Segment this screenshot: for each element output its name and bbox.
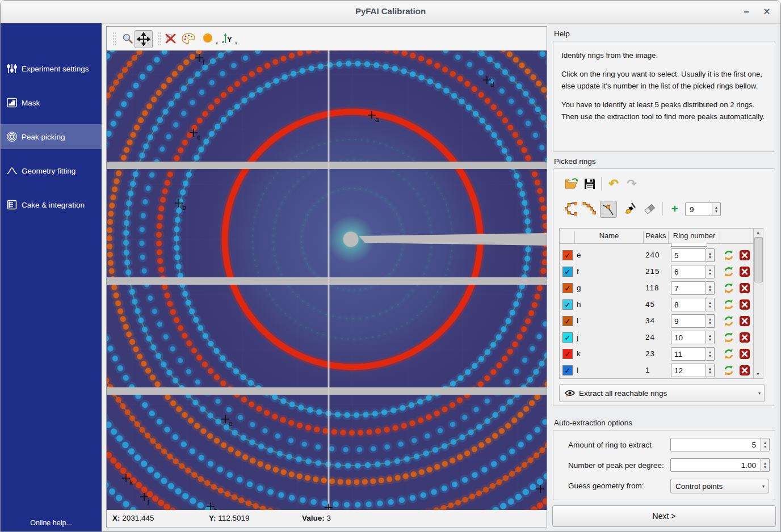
table-row[interactable]: ✓ i 34 9 ▲▼ (560, 313, 754, 329)
y-axis-orientation-button[interactable]: Y a ▾ (219, 30, 236, 47)
ring-number-spinner[interactable]: ▲▼ (706, 281, 715, 295)
refresh-ring-icon[interactable] (723, 299, 734, 310)
online-help-link[interactable]: Online help... (1, 519, 102, 527)
remove-ring-icon[interactable] (739, 299, 750, 310)
amount-of-ring-label: Amount of ring to extract (568, 441, 652, 449)
peak-per-degree-input[interactable]: 1.00 (670, 458, 761, 472)
table-row[interactable]: ✓ k 23 11 ▲▼ (560, 345, 754, 362)
guess-geometry-select[interactable]: Control points ▾ (670, 479, 769, 493)
remove-ring-icon[interactable] (739, 332, 750, 343)
ring-number-spinner[interactable]: ▲▼ (706, 331, 715, 344)
sidebar-item-geometry-fitting[interactable]: Geometry fitting (1, 158, 102, 183)
remove-ring-icon[interactable] (739, 282, 750, 294)
sidebar-item-experiment-settings[interactable]: Experiment settings (1, 56, 102, 81)
ring-number-spinner[interactable]: ▲▼ (706, 265, 715, 278)
remove-ring-icon[interactable] (739, 365, 750, 376)
peak-curve-icon (6, 164, 18, 177)
sidebar-item-label: Geometry fitting (22, 167, 75, 175)
marker-style-button[interactable]: ▾ (200, 30, 217, 47)
svg-text:a: a (222, 40, 224, 44)
ring-visible-checkbox[interactable]: ✓ (562, 316, 573, 326)
scrollbar-thumb[interactable] (754, 237, 763, 282)
sidebar-item-mask[interactable]: Mask (1, 90, 102, 115)
remove-ring-icon[interactable] (739, 315, 750, 327)
ring-number-input[interactable]: 9 (671, 314, 706, 328)
redo-button[interactable]: ↷ (624, 176, 640, 192)
table-scrollbar[interactable]: ▲ ▼ (753, 229, 763, 378)
ring-visible-checkbox[interactable]: ✓ (562, 365, 573, 375)
ring-number-input[interactable]: 5 (671, 248, 706, 262)
window-title: PyFAI Calibration (1, 6, 780, 16)
svg-text:k: k (129, 479, 133, 487)
ring-number-input[interactable]: 8 (671, 298, 706, 311)
table-row[interactable]: ✓ f 215 6 ▲▼ (560, 263, 754, 280)
ring-visible-checkbox[interactable]: ✓ (562, 283, 573, 293)
colormap-button[interactable] (180, 30, 197, 47)
table-row[interactable]: ✓ g 118 7 ▲▼ (560, 280, 754, 296)
refresh-ring-icon[interactable] (723, 282, 734, 294)
amount-of-ring-spinner[interactable]: ▲▼ (761, 438, 770, 451)
save-rings-button[interactable] (582, 176, 598, 192)
eraser-tool-button[interactable] (641, 201, 657, 217)
point-select-tool-button[interactable] (600, 201, 617, 218)
next-button[interactable]: Next > (552, 505, 776, 527)
ring-number-input[interactable]: 7 (671, 281, 706, 295)
remove-ring-icon[interactable] (739, 348, 750, 360)
refresh-ring-icon[interactable] (723, 365, 734, 376)
pan-tool-button[interactable] (135, 30, 153, 48)
auto-extraction-box: Amount of ring to extract 5 ▲▼ Number of… (553, 430, 775, 500)
ring-number-spinner[interactable]: ▲▼ (706, 248, 715, 262)
ring-peaks-count: 1 (645, 366, 650, 374)
ring-number-spinner[interactable]: ▲▼ (706, 298, 715, 311)
refresh-ring-icon[interactable] (723, 348, 734, 360)
ring-number-spinner[interactable]: ▲▼ (706, 314, 715, 328)
new-ring-number-input[interactable]: 9 (685, 202, 712, 216)
clear-zoom-button[interactable] (162, 30, 179, 47)
ring-visible-checkbox[interactable]: ✓ (562, 267, 573, 277)
table-row[interactable]: ✓ h 45 8 ▲▼ (560, 296, 754, 313)
peak-per-degree-spinner[interactable]: ▲▼ (761, 458, 770, 472)
ring-number-spinner[interactable]: ▲▼ (706, 347, 715, 361)
zoom-tool-button[interactable] (119, 30, 136, 47)
refresh-ring-icon[interactable] (723, 315, 734, 327)
add-ring-button[interactable]: + (667, 201, 683, 217)
amount-of-ring-input[interactable]: 5 (670, 438, 761, 451)
toolbar-drag-handle[interactable] (112, 32, 116, 45)
refresh-ring-icon[interactable] (723, 332, 734, 343)
ring-visible-checkbox[interactable]: ✓ (562, 332, 573, 343)
remove-ring-icon[interactable] (739, 250, 750, 261)
ring-visible-checkbox[interactable]: ✓ (562, 299, 573, 310)
diffraction-image-canvas[interactable]: abcdefhjk (107, 50, 547, 510)
ring-number-input[interactable]: 6 (671, 265, 706, 278)
arc-select-tool-button[interactable] (582, 201, 598, 217)
picked-rings-title: Picked rings (554, 157, 596, 166)
help-paragraph: Click on the ring you want to select. Us… (553, 68, 775, 92)
ring-number-input[interactable]: 12 (671, 364, 706, 377)
minimize-button[interactable]: – (740, 6, 753, 19)
sidebar-item-cake-integration[interactable]: Cake & integration (1, 192, 102, 217)
sidebar-item-peak-picking[interactable]: Peak picking (1, 124, 102, 149)
table-header: Name Peaks Ring number (560, 229, 754, 244)
table-row[interactable]: ✓ l 1 12 ▲▼ (560, 362, 754, 378)
ring-number-input[interactable]: 11 (671, 347, 706, 361)
extract-rings-button[interactable]: Extract all reachable rings (559, 384, 756, 402)
scroll-down-icon: ▼ (754, 370, 762, 378)
table-row[interactable]: ✓ e 240 5 ▲▼ (560, 247, 754, 263)
table-row[interactable]: ✓ j 24 10 ▲▼ (560, 329, 754, 345)
brush-tool-button[interactable] (623, 201, 639, 217)
refresh-ring-icon[interactable] (723, 266, 734, 277)
refresh-ring-icon[interactable] (723, 250, 734, 261)
remove-ring-icon[interactable] (739, 266, 750, 277)
ring-select-tool-button[interactable] (564, 201, 580, 217)
toolbar-drag-handle[interactable] (158, 32, 161, 45)
ring-number-spinner[interactable]: ▲▼ (706, 364, 715, 377)
new-ring-number-spinner[interactable]: ▲▼ (712, 202, 721, 216)
undo-button[interactable]: ↶ (606, 176, 622, 192)
load-rings-button[interactable] (564, 176, 580, 192)
ring-visible-checkbox[interactable]: ✓ (562, 349, 573, 359)
close-button[interactable]: ✕ (760, 6, 774, 19)
ring-number-input[interactable]: 10 (671, 331, 706, 344)
extract-dropdown-button[interactable]: ▾ (755, 384, 765, 402)
ring-name: j (577, 333, 578, 341)
ring-visible-checkbox[interactable]: ✓ (562, 250, 573, 260)
